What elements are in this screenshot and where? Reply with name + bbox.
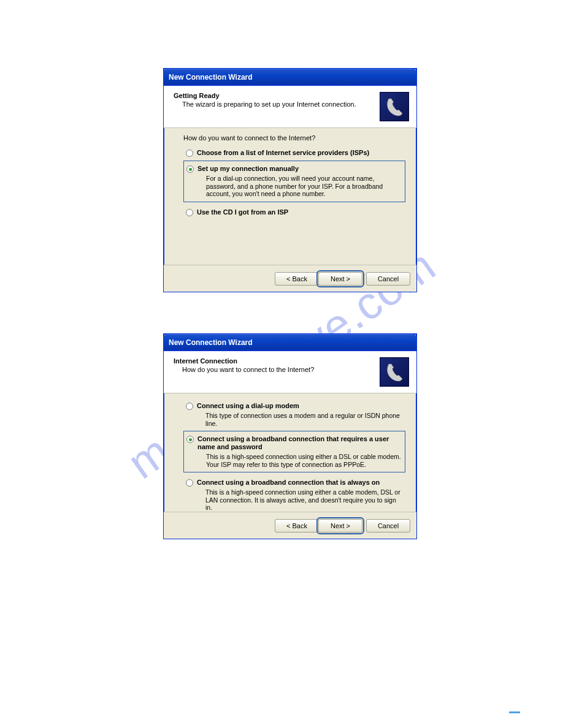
footer-accent-icon [509,711,520,713]
option-broadband-always-on[interactable]: Connect using a broadband connection tha… [183,476,405,514]
header-subtitle: How do you want to connect to the Intern… [182,366,375,373]
cancel-button[interactable]: Cancel [366,272,410,286]
wizard-header: Getting Ready The wizard is preparing to… [164,86,416,128]
option-label: Connect using a broadband connection tha… [197,479,402,487]
header-subtitle: The wizard is preparing to set up your I… [182,100,375,108]
wizard-header: Internet Connection How do you want to c… [164,351,416,393]
header-title: Getting Ready [174,92,375,99]
option-label: Choose from a list of Internet service p… [197,149,402,157]
option-label: Connect using a dial-up modem [197,402,402,410]
wizard-dialog-internet-connection: New Connection Wizard Internet Connectio… [163,333,417,539]
radio-icon[interactable] [186,150,193,157]
radio-icon[interactable] [186,436,194,443]
radio-icon[interactable] [186,479,193,487]
prompt-text: How do you want to connect to the Intern… [183,134,405,142]
wizard-body: Connect using a dial-up modem This type … [164,393,416,514]
option-description: This is a high-speed connection using ei… [206,453,401,468]
option-broadband-credentials[interactable]: Connect using a broadband connection tha… [183,431,405,472]
phone-modem-icon [380,357,409,387]
wizard-footer: < Back Next > Cancel [164,512,416,539]
option-description: For a dial-up connection, you will need … [206,175,401,198]
window-title: New Connection Wizard [169,73,253,82]
radio-icon[interactable] [186,403,193,410]
cancel-button[interactable]: Cancel [366,519,410,533]
wizard-body: How do you want to connect to the Intern… [164,128,416,219]
option-manual-setup[interactable]: Set up my connection manually For a dial… [183,161,405,202]
next-button[interactable]: Next > [318,272,362,286]
option-description: This type of connection uses a modem and… [205,412,402,427]
phone-modem-icon [380,92,409,121]
option-isp-cd[interactable]: Use the CD I got from an ISP [183,206,405,219]
option-label: Connect using a broadband connection tha… [197,435,401,451]
titlebar[interactable]: New Connection Wizard [164,69,416,86]
option-isp-list[interactable]: Choose from a list of Internet service p… [183,146,405,159]
next-button[interactable]: Next > [318,519,362,533]
wizard-footer: < Back Next > Cancel [164,265,416,292]
option-label: Set up my connection manually [197,165,401,173]
document-footer [509,711,520,713]
titlebar[interactable]: New Connection Wizard [164,334,416,351]
window-title: New Connection Wizard [169,338,253,347]
back-button[interactable]: < Back [275,272,319,286]
option-dialup-modem[interactable]: Connect using a dial-up modem This type … [183,400,405,430]
back-button[interactable]: < Back [275,519,319,533]
radio-icon[interactable] [186,209,193,216]
option-label: Use the CD I got from an ISP [197,208,402,216]
header-title: Internet Connection [174,357,375,365]
radio-icon[interactable] [186,165,194,173]
option-description: This is a high-speed connection using ei… [205,488,402,512]
wizard-dialog-getting-ready: New Connection Wizard Getting Ready The … [163,68,417,292]
